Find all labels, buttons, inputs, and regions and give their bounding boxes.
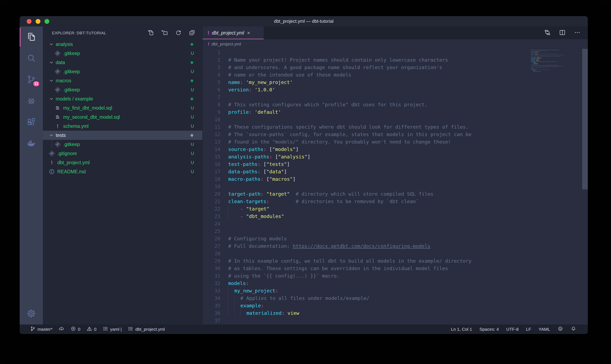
git-untracked-badge: U [191, 169, 194, 174]
tree-item--gitkeep[interactable]: .gitkeepU [43, 67, 202, 76]
activity-docker[interactable] [20, 133, 43, 154]
open-changes-button[interactable] [544, 29, 551, 37]
code-token: - [240, 213, 243, 219]
tree-item-label: models / example [56, 96, 191, 102]
activity-run-and-debug[interactable] [20, 90, 43, 112]
tree-item-dbt-project-yml[interactable]: !dbt_project.ymlU [43, 158, 202, 167]
code-line: 11# These configurations specify where d… [203, 123, 588, 131]
more-actions-button[interactable] [574, 29, 581, 37]
refresh-icon [175, 29, 182, 37]
code-token: "] [293, 146, 298, 152]
git-changes-dot [191, 43, 193, 46]
tree-item--gitkeep[interactable]: .gitkeepU [43, 140, 202, 149]
new-file-icon [148, 29, 154, 37]
code-token: # Applies to all files under models/exam… [240, 295, 370, 301]
activity-source-control[interactable]: 11 [20, 69, 43, 90]
list-icon [103, 326, 108, 333]
status-bar: master*00yaml |dbt_project.yml Ln 1, Col… [20, 325, 588, 334]
code-line-text: profile: 'default' [220, 108, 281, 116]
tree-item-macros[interactable]: macros [43, 76, 202, 85]
code-line-text: - "target" [220, 205, 269, 213]
code-token [264, 191, 266, 197]
tree-item-tests[interactable]: tests [43, 131, 202, 140]
tree-item-my-second-dbt-model-sql[interactable]: my_second_dbt_model.sqlU [43, 113, 202, 122]
line-number: 26 [203, 235, 220, 242]
tree-item-analysis[interactable]: analysis [43, 40, 202, 49]
code-token: : [261, 303, 264, 309]
activity-explorer[interactable] [20, 26, 43, 48]
code-line-text: my_new_project: [220, 287, 278, 295]
file-tree: analysis.gitkeepUdata.gitkeepUmacros.git… [43, 40, 202, 325]
activity-search[interactable] [20, 48, 43, 69]
tree-item-readme-md[interactable]: README.mdU [43, 167, 202, 176]
smiley-icon [557, 326, 563, 333]
code-token [228, 295, 234, 302]
activity-extensions[interactable] [20, 112, 43, 133]
tree-item--gitignore[interactable]: .gitignoreU [43, 149, 202, 158]
status-errors-text: 0 [78, 327, 80, 332]
line-number: 34 [203, 295, 220, 302]
line-number: 18 [203, 175, 220, 183]
refresh-explorer-button[interactable] [174, 29, 182, 37]
code-token: [" [264, 169, 269, 175]
tree-item--gitkeep[interactable]: .gitkeepU [43, 49, 202, 58]
status-sync[interactable] [59, 326, 64, 333]
status-yaml-schema[interactable]: yaml | [103, 326, 122, 333]
tree-item-schema-yml[interactable]: !schema.ymlU [43, 122, 202, 131]
collapse-folders-button[interactable] [188, 29, 196, 37]
chevron-down-icon [49, 60, 54, 65]
debug-icon [27, 96, 36, 106]
editor-scrollbar[interactable] [582, 49, 588, 189]
close-tab-icon[interactable]: × [247, 30, 250, 36]
status-encoding[interactable]: UTF-8 [506, 327, 519, 332]
status-errors[interactable]: 0 [70, 326, 80, 333]
minimize-window-button[interactable] [36, 19, 40, 24]
status-cursor-position[interactable]: Ln 1, Col 1 [451, 327, 472, 332]
code-editor[interactable]: 12# Name your project! Project names sho… [203, 49, 588, 325]
tree-item-my-first-dbt-model-sql[interactable]: my_first_dbt_model.sqlU [43, 104, 202, 113]
line-number: 29 [203, 257, 220, 265]
breadcrumb-file[interactable]: dbt_project.yml [211, 41, 241, 47]
code-line-text: # This setting configures which "profile… [220, 101, 428, 108]
title-bar[interactable]: dbt_project.yml — dbt-tutorial [20, 16, 588, 26]
tree-item--gitkeep[interactable]: .gitkeepU [43, 85, 202, 94]
tree-item-data[interactable]: data [43, 58, 202, 67]
new-file-button[interactable] [147, 29, 155, 37]
git-changes-dot [191, 134, 193, 137]
tree-item-models-example[interactable]: models / example [43, 94, 202, 104]
code-token: : [249, 109, 252, 115]
code-token: " [246, 213, 249, 219]
status-yaml-file[interactable]: dbt_project.yml [128, 326, 165, 333]
status-warnings[interactable]: 0 [87, 326, 97, 333]
split-editor-button[interactable] [559, 29, 566, 37]
close-window-button[interactable] [27, 19, 31, 24]
git-file-icon [55, 141, 61, 147]
explorer-sidebar: EXPLORER: DBT-TUTORIAL analysis.gitkeepU… [43, 26, 202, 325]
code-token [243, 206, 246, 212]
line-number: 25 [203, 228, 220, 235]
status-language-mode[interactable]: YAML [539, 327, 550, 332]
code-line: 32models: [203, 280, 588, 287]
zoom-window-button[interactable] [44, 19, 49, 24]
git-untracked-badge: U [191, 114, 194, 120]
status-branch[interactable]: master* [30, 326, 52, 333]
code-token: # This setting configures which "profile… [228, 102, 428, 107]
breadcrumb[interactable]: ! dbt_project.yml [203, 39, 588, 49]
doc-link[interactable]: https://docs.getdbt.com/docs/configuring… [293, 243, 430, 249]
tab-dbt-project-yml[interactable]: ! dbt_project.yml × [203, 26, 264, 39]
line-number: 33 [203, 287, 220, 295]
code-line: 12# The `source-paths` config, for examp… [203, 131, 588, 138]
minimap[interactable]: # Name your project! Project names shoul… [531, 49, 547, 72]
line-number: 37 [203, 317, 220, 324]
chevron-down-icon [49, 41, 54, 47]
status-notifications[interactable] [571, 326, 576, 333]
status-feedback[interactable] [557, 326, 563, 333]
list-icon [128, 326, 133, 333]
new-folder-button[interactable] [161, 29, 169, 37]
activity-settings[interactable] [20, 303, 43, 325]
status-eol[interactable]: LF [526, 327, 531, 332]
code-line: 29# In this example config, we tell dbt … [203, 257, 588, 265]
minimap-line: materialized: view [531, 71, 581, 72]
status-indentation[interactable]: Spaces: 4 [479, 327, 499, 332]
code-token: source-paths [228, 146, 264, 152]
